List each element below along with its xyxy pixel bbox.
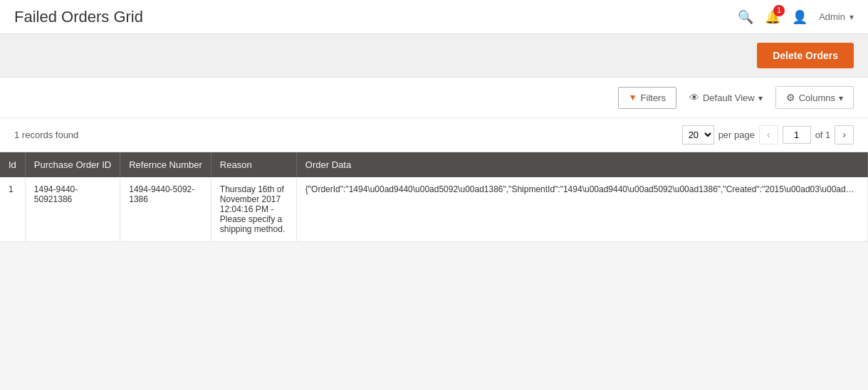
columns-button[interactable]: Columns [775,86,854,109]
toolbar-strip: Delete Orders [0,34,868,78]
user-chevron-icon [849,11,854,22]
user-menu-button[interactable] [792,9,807,25]
records-found-label: 1 records found [14,130,78,140]
grid-container: Id Purchase Order ID Refernce Number Rea… [0,152,868,242]
columns-chevron-icon [839,93,843,103]
page-number-input[interactable] [783,126,811,144]
filter-bar: ▼ Filters Default View Columns [0,78,868,118]
grid-header-row: Id Purchase Order ID Refernce Number Rea… [0,152,868,177]
eye-icon [689,92,699,103]
gear-icon [786,92,795,103]
cell-reference-number: 1494-9440-5092-1386 [120,177,211,242]
pagination: 20 30 50 per page ‹ of 1 › [682,125,854,144]
col-header-purchase-order-id: Purchase Order ID [25,152,120,177]
prev-page-button[interactable]: ‹ [759,125,778,144]
notifications-button[interactable]: 🔔 1 [765,9,780,25]
header-icons: 🔔 1 Admin [738,9,854,25]
notification-badge: 1 [773,5,785,16]
view-chevron-icon [758,93,763,103]
col-header-id: Id [0,152,25,177]
page-title: Failed Orders Grid [14,8,143,26]
cell-order-data: {"OrderId":"1494\u00ad9440\u00ad5092\u00… [296,177,867,242]
next-page-button[interactable]: › [835,125,854,144]
user-label-section[interactable]: Admin [819,11,854,22]
search-icon [738,10,753,24]
per-page-select[interactable]: 20 30 50 [682,125,714,144]
col-header-reference-number: Refernce Number [120,152,211,177]
columns-label: Columns [799,93,835,103]
of-text: of [815,130,823,140]
cell-id: 1 [0,177,25,242]
table-row: 11494-9440-509213861494-9440-5092-1386Th… [0,177,868,242]
col-header-order-data: Order Data [296,152,867,177]
delete-orders-button[interactable]: Delete Orders [757,43,854,68]
default-view-label: Default View [703,93,755,103]
per-page-label: per page [718,130,755,140]
grid-table: Id Purchase Order ID Refernce Number Rea… [0,152,868,242]
page-of-label: of 1 [815,130,831,140]
header: Failed Orders Grid 🔔 1 Admin [0,0,868,34]
total-pages: 1 [825,130,830,140]
records-bar: 1 records found 20 30 50 per page ‹ of 1… [0,118,868,152]
search-button[interactable] [738,9,753,25]
col-header-reason: Reason [211,152,296,177]
default-view-button[interactable]: Default View [684,87,768,108]
filters-button[interactable]: ▼ Filters [618,87,676,109]
cell-reason: Thursday 16th of November 2017 12:04:16 … [211,177,296,242]
filters-label: Filters [641,93,666,103]
funnel-icon: ▼ [629,93,637,102]
user-icon [792,10,807,24]
user-name-label: Admin [819,11,845,22]
cell-purchase-order-id: 1494-9440-50921386 [25,177,120,242]
